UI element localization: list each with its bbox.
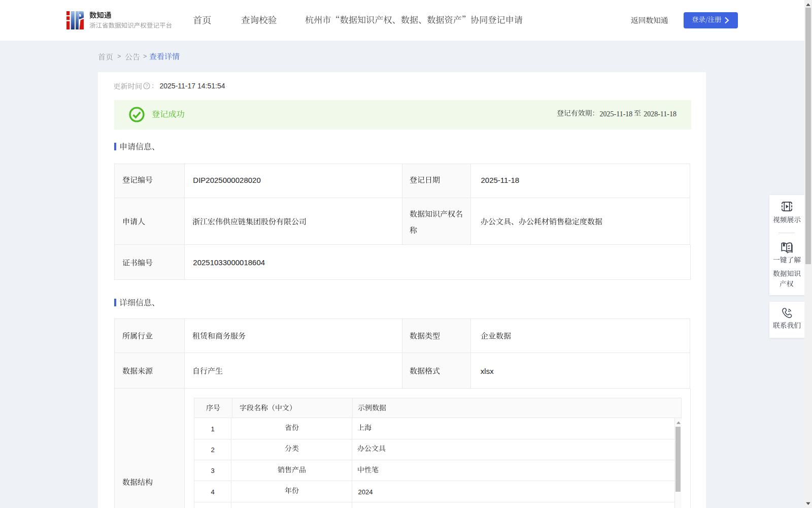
- svg-text:?: ?: [145, 83, 148, 88]
